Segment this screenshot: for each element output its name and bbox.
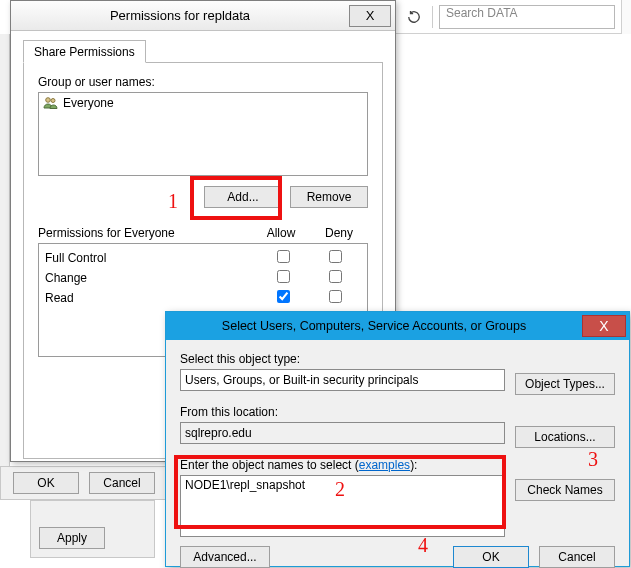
svg-point-1	[51, 99, 55, 103]
deny-full-checkbox[interactable]	[329, 250, 342, 263]
search-input[interactable]: Search DATA	[439, 5, 615, 29]
list-item-label: Everyone	[63, 96, 114, 110]
column-deny: Deny	[310, 226, 368, 240]
apply-button[interactable]: Apply	[39, 527, 105, 549]
close-button[interactable]: X	[582, 315, 626, 337]
remove-button[interactable]: Remove	[290, 186, 368, 208]
group-label: Group or user names:	[38, 75, 368, 89]
perm-name: Full Control	[45, 251, 257, 265]
ok-button[interactable]: OK	[453, 546, 529, 568]
select-users-title-text: Select Users, Computers, Service Account…	[166, 319, 582, 333]
from-location-label: From this location:	[180, 405, 505, 419]
close-button[interactable]: X	[349, 5, 391, 27]
permissions-titlebar[interactable]: Permissions for repldata X	[11, 1, 395, 31]
annotation-number-2: 2	[335, 478, 345, 501]
select-users-titlebar[interactable]: Select Users, Computers, Service Account…	[166, 312, 629, 340]
svg-point-0	[46, 98, 51, 103]
group-icon	[43, 96, 59, 110]
cancel-button[interactable]: Cancel	[89, 472, 155, 494]
column-allow: Allow	[252, 226, 310, 240]
allow-read-checkbox[interactable]	[277, 290, 290, 303]
ok-button[interactable]: OK	[13, 472, 79, 494]
annotation-number-3: 3	[588, 448, 598, 471]
enter-names-label-a: Enter the object names to select (	[180, 458, 359, 472]
enter-names-label: Enter the object names to select (exampl…	[180, 458, 505, 472]
permissions-title-text: Permissions for repldata	[11, 8, 349, 23]
add-button[interactable]: Add...	[204, 186, 282, 208]
examples-link[interactable]: examples	[359, 458, 410, 472]
background-button-row: OK Cancel	[0, 466, 167, 500]
allow-change-checkbox[interactable]	[277, 270, 290, 283]
check-names-button[interactable]: Check Names	[515, 479, 615, 501]
cancel-button[interactable]: Cancel	[539, 546, 615, 568]
table-row: Full Control	[45, 248, 361, 268]
user-listbox[interactable]: Everyone	[38, 92, 368, 176]
list-item[interactable]: Everyone	[41, 95, 365, 111]
tab-strip: Share Permissions	[23, 39, 383, 63]
explorer-toolbar: Search DATA	[396, 0, 631, 34]
locations-button[interactable]: Locations...	[515, 426, 615, 448]
perm-name: Change	[45, 271, 257, 285]
from-location-field	[180, 422, 505, 444]
refresh-icon[interactable]	[402, 5, 426, 29]
object-types-button[interactable]: Object Types...	[515, 373, 615, 395]
enter-names-label-b: ):	[410, 458, 417, 472]
select-users-dialog: Select Users, Computers, Service Account…	[165, 311, 630, 567]
background-apply-panel: Apply	[30, 500, 155, 558]
perm-name: Read	[45, 291, 257, 305]
annotation-number-1: 1	[168, 190, 178, 213]
permissions-for-label: Permissions for Everyone	[38, 226, 252, 240]
table-row: Change	[45, 268, 361, 288]
object-type-field[interactable]	[180, 369, 505, 391]
deny-read-checkbox[interactable]	[329, 290, 342, 303]
object-type-label: Select this object type:	[180, 352, 505, 366]
toolbar-divider	[432, 6, 433, 28]
tab-share-permissions[interactable]: Share Permissions	[23, 40, 146, 63]
deny-change-checkbox[interactable]	[329, 270, 342, 283]
allow-full-checkbox[interactable]	[277, 250, 290, 263]
advanced-button[interactable]: Advanced...	[180, 546, 270, 568]
table-row: Read	[45, 288, 361, 308]
annotation-number-4: 4	[418, 534, 428, 557]
window-edge	[621, 0, 631, 34]
background-panel	[0, 34, 10, 478]
